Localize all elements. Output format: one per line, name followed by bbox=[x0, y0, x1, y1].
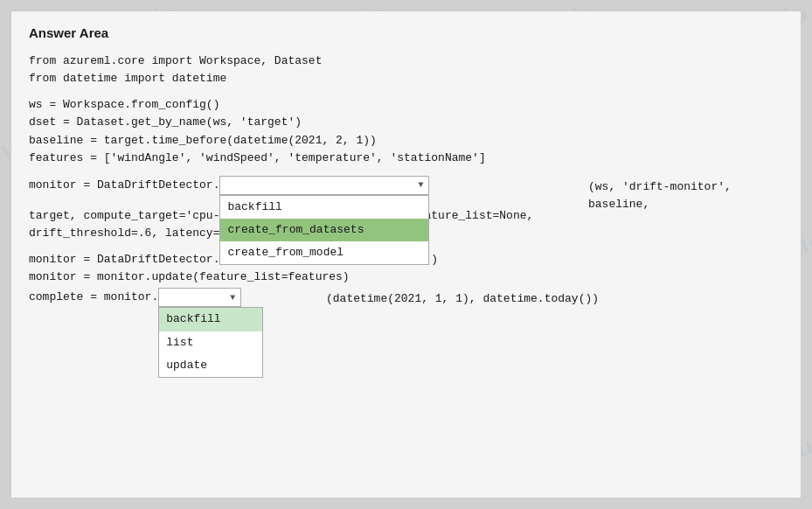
code-suffix-1: (ws, 'drift-monitor', baseline, bbox=[588, 178, 783, 213]
dropdown2-item-backfill[interactable]: backfill bbox=[159, 308, 262, 331]
dropdown1-item-create-from-model[interactable]: create_from_model bbox=[220, 241, 428, 264]
dropdown1-item-backfill[interactable]: backfill bbox=[220, 196, 428, 219]
code-line-4: dset = Dataset.get_by_name(ws, 'target') bbox=[29, 114, 783, 131]
answer-area-title: Answer Area bbox=[29, 25, 783, 40]
code-prefix-1: monitor = DataDriftDetector. bbox=[29, 178, 219, 192]
code-line-with-dropdown-1: monitor = DataDriftDetector. ▼ backfill … bbox=[29, 176, 783, 200]
dropdown1-menu: backfill create_from_datasets create_fro… bbox=[219, 195, 429, 265]
code-line-2: from datetime import datetime bbox=[29, 70, 783, 87]
code-line-1: from azureml.core import Workspace, Data… bbox=[29, 52, 783, 70]
dropdown2-trigger[interactable]: ▼ bbox=[158, 288, 241, 307]
code-line-13: monitor = monitor.update(feature_list=fe… bbox=[29, 268, 783, 286]
dropdown2-item-list[interactable]: list bbox=[159, 331, 262, 354]
blank-line-2 bbox=[29, 167, 783, 176]
answer-area-card: Answer Area from azureml.core import Wor… bbox=[10, 10, 802, 499]
dropdown1-arrow-icon: ▼ bbox=[418, 178, 423, 192]
dropdown1-container: ▼ backfill create_from_datasets create_f… bbox=[219, 176, 429, 195]
dropdown2-arrow-icon: ▼ bbox=[230, 291, 235, 305]
code-line-3: ws = Workspace.from_config() bbox=[29, 96, 783, 114]
code-prefix-2: complete = monitor. bbox=[29, 291, 158, 304]
dropdown2-selected-value bbox=[164, 289, 171, 306]
dropdown2-item-update[interactable]: update bbox=[159, 354, 262, 377]
code-block: from azureml.core import Workspace, Data… bbox=[29, 52, 783, 312]
code-line-with-dropdown-2: complete = monitor. ▼ backfill list upda… bbox=[29, 288, 783, 312]
code-line-5: baseline = target.time_before(datetime(2… bbox=[29, 132, 783, 150]
dropdown2-menu: backfill list update bbox=[158, 307, 263, 377]
dropdown1-trigger[interactable]: ▼ bbox=[219, 176, 429, 195]
blank-line-1 bbox=[29, 87, 783, 96]
code-suffix-2: (datetime(2021, 1, 1), datetime.today()) bbox=[326, 290, 599, 308]
code-line-6: features = ['windAngle', 'windSpeed', 't… bbox=[29, 150, 783, 167]
dropdown2-container: ▼ backfill list update bbox=[158, 288, 241, 307]
dropdown1-item-create-from-datasets[interactable]: create_from_datasets bbox=[220, 219, 428, 241]
dropdown1-selected-value bbox=[226, 177, 232, 194]
